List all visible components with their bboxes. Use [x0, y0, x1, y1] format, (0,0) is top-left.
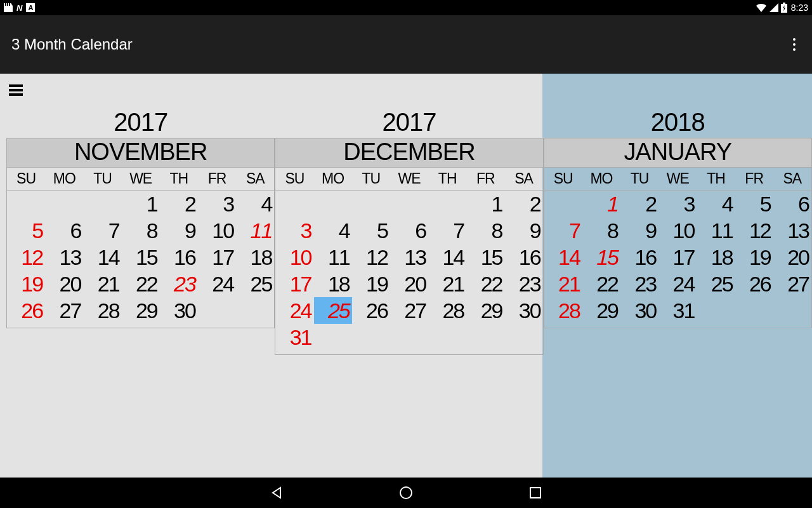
day-cell[interactable]: 26 — [7, 297, 45, 324]
day-cell[interactable]: 24 — [275, 297, 313, 324]
day-cell[interactable]: 4 — [236, 190, 274, 217]
day-cell[interactable]: 6 — [45, 217, 83, 244]
day-cell[interactable]: 24 — [198, 271, 236, 297]
day-cell[interactable]: 7 — [544, 217, 582, 244]
day-cell[interactable]: 7 — [428, 217, 466, 244]
day-cell[interactable]: 19 — [352, 271, 390, 297]
day-cell[interactable]: 14 — [544, 244, 582, 271]
dow-label: SU — [275, 168, 313, 190]
day-cell[interactable]: 13 — [45, 244, 83, 271]
day-cell[interactable]: 4 — [697, 190, 735, 217]
day-cell[interactable]: 15 — [582, 244, 620, 271]
day-cell[interactable]: 2 — [620, 190, 658, 217]
day-cell[interactable]: 2 — [504, 190, 542, 217]
day-cell[interactable]: 29 — [466, 297, 504, 324]
day-cell[interactable]: 27 — [390, 297, 428, 324]
day-cell[interactable]: 28 — [544, 297, 582, 324]
back-button[interactable] — [269, 485, 284, 500]
day-cell[interactable]: 28 — [428, 297, 466, 324]
day-cell[interactable]: 22 — [466, 271, 504, 297]
dow-label: SA — [504, 168, 542, 190]
day-cell[interactable]: 25 — [697, 271, 735, 297]
day-cell[interactable]: 26 — [735, 271, 773, 297]
day-cell[interactable]: 11 — [314, 244, 352, 271]
day-cell[interactable]: 30 — [160, 297, 198, 324]
day-cell[interactable]: 22 — [582, 271, 620, 297]
day-cell[interactable]: 10 — [658, 217, 697, 244]
day-cell[interactable]: 17 — [275, 271, 313, 297]
day-cell[interactable]: 26 — [352, 297, 390, 324]
day-cell[interactable]: 9 — [620, 217, 658, 244]
day-cell[interactable]: 11 — [236, 217, 274, 244]
day-cell[interactable]: 20 — [773, 244, 811, 271]
day-cell[interactable]: 21 — [83, 271, 121, 297]
day-cell[interactable]: 29 — [122, 297, 160, 324]
day-cell[interactable]: 30 — [620, 297, 658, 324]
day-empty — [773, 297, 811, 324]
day-cell[interactable]: 10 — [198, 217, 236, 244]
day-cell[interactable]: 2 — [160, 190, 198, 217]
day-cell[interactable]: 9 — [160, 217, 198, 244]
day-cell[interactable]: 10 — [275, 244, 313, 271]
day-cell[interactable]: 30 — [504, 297, 542, 324]
day-cell[interactable]: 21 — [544, 271, 582, 297]
recents-button[interactable] — [528, 485, 543, 500]
day-cell[interactable]: 16 — [160, 244, 198, 271]
day-cell[interactable]: 7 — [83, 217, 121, 244]
day-cell[interactable]: 1 — [582, 190, 620, 217]
day-cell[interactable]: 14 — [428, 244, 466, 271]
day-cell[interactable]: 19 — [7, 271, 45, 297]
day-cell[interactable]: 23 — [504, 271, 542, 297]
day-cell[interactable]: 19 — [735, 244, 773, 271]
day-cell[interactable]: 16 — [620, 244, 658, 271]
day-cell[interactable]: 3 — [275, 217, 313, 244]
day-cell[interactable]: 3 — [658, 190, 697, 217]
day-cell[interactable]: 17 — [658, 244, 697, 271]
home-button[interactable] — [398, 485, 414, 500]
day-cell[interactable]: 27 — [45, 297, 83, 324]
day-cell[interactable]: 20 — [45, 271, 83, 297]
day-cell[interactable]: 1 — [122, 190, 160, 217]
day-cell[interactable]: 13 — [390, 244, 428, 271]
day-cell[interactable]: 8 — [466, 217, 504, 244]
day-cell[interactable]: 6 — [773, 190, 811, 217]
overflow-menu-button[interactable] — [788, 33, 801, 56]
day-cell[interactable]: 24 — [658, 271, 697, 297]
day-cell[interactable]: 29 — [582, 297, 620, 324]
day-cell[interactable]: 3 — [198, 190, 236, 217]
day-cell[interactable]: 11 — [697, 217, 735, 244]
day-cell[interactable]: 18 — [314, 271, 352, 297]
day-cell[interactable]: 25 — [314, 297, 352, 324]
day-cell[interactable]: 6 — [390, 217, 428, 244]
day-cell[interactable]: 5 — [7, 217, 45, 244]
day-cell[interactable]: 14 — [83, 244, 121, 271]
day-cell[interactable]: 12 — [7, 244, 45, 271]
day-cell[interactable]: 18 — [236, 244, 274, 271]
day-cell[interactable]: 15 — [122, 244, 160, 271]
day-cell[interactable]: 31 — [658, 297, 697, 324]
day-cell[interactable]: 18 — [697, 244, 735, 271]
day-cell[interactable]: 12 — [352, 244, 390, 271]
day-cell[interactable]: 23 — [620, 271, 658, 297]
day-cell[interactable]: 21 — [428, 271, 466, 297]
day-cell[interactable]: 5 — [352, 217, 390, 244]
day-cell[interactable]: 31 — [275, 324, 313, 351]
day-cell[interactable]: 25 — [236, 271, 274, 297]
day-cell[interactable]: 9 — [504, 217, 542, 244]
day-cell[interactable]: 22 — [122, 271, 160, 297]
hamburger-button[interactable] — [9, 83, 23, 98]
day-cell[interactable]: 13 — [773, 217, 811, 244]
day-cell[interactable]: 17 — [198, 244, 236, 271]
day-cell[interactable]: 20 — [390, 271, 428, 297]
day-cell[interactable]: 1 — [466, 190, 504, 217]
day-cell[interactable]: 28 — [83, 297, 121, 324]
day-cell[interactable]: 15 — [466, 244, 504, 271]
day-cell[interactable]: 8 — [122, 217, 160, 244]
day-cell[interactable]: 5 — [735, 190, 773, 217]
day-cell[interactable]: 8 — [582, 217, 620, 244]
day-cell[interactable]: 12 — [735, 217, 773, 244]
day-cell[interactable]: 27 — [773, 271, 811, 297]
day-cell[interactable]: 16 — [504, 244, 542, 271]
day-cell[interactable]: 4 — [314, 217, 352, 244]
day-cell[interactable]: 23 — [160, 271, 198, 297]
